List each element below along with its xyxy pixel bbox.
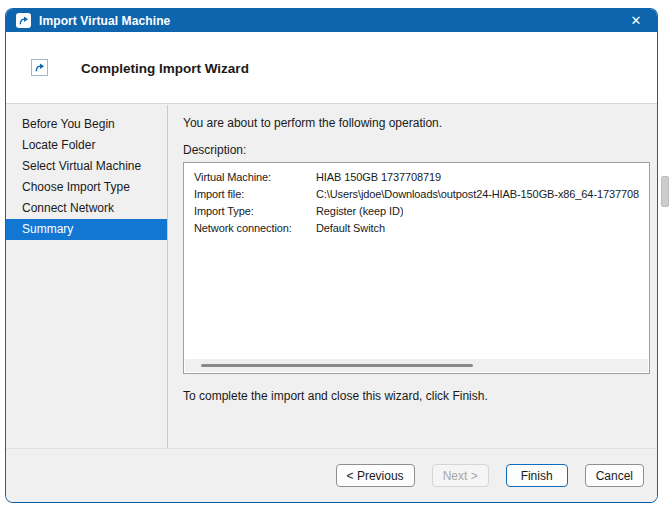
horizontal-scrollbar-thumb[interactable]	[201, 364, 473, 367]
window-title: Import Virtual Machine	[39, 14, 170, 28]
close-icon: ✕	[631, 13, 642, 28]
description-box[interactable]: Virtual Machine: HIAB 150GB 1737708719 I…	[183, 162, 650, 374]
step-locate-folder: Locate Folder	[6, 135, 167, 156]
wizard-header: Completing Import Wizard	[6, 32, 657, 104]
step-select-virtual-machine: Select Virtual Machine	[6, 156, 167, 177]
step-choose-import-type: Choose Import Type	[6, 177, 167, 198]
wizard-steps-sidebar: Before You Begin Locate Folder Select Vi…	[6, 105, 168, 457]
cancel-button[interactable]: Cancel	[585, 464, 644, 487]
row-value: Default Switch	[316, 220, 385, 237]
previous-button[interactable]: < Previous	[336, 464, 415, 487]
intro-text: You are about to perform the following o…	[183, 116, 657, 130]
step-before-you-begin: Before You Begin	[6, 114, 167, 135]
import-arrow-icon	[16, 13, 31, 28]
step-connect-network: Connect Network	[6, 198, 167, 219]
description-rows: Virtual Machine: HIAB 150GB 1737708719 I…	[184, 163, 649, 237]
close-button[interactable]: ✕	[615, 9, 657, 32]
titlebar[interactable]: Import Virtual Machine ✕	[6, 9, 657, 32]
background-window-scrollbar	[661, 176, 669, 207]
page-title: Completing Import Wizard	[81, 61, 249, 76]
import-wizard-window: Import Virtual Machine ✕ Completing Impo…	[5, 8, 658, 503]
wizard-body: Before You Begin Locate Folder Select Vi…	[6, 105, 657, 457]
row-value: Register (keep ID)	[316, 203, 403, 220]
summary-content: You are about to perform the following o…	[168, 105, 657, 457]
wizard-page-icon	[31, 59, 48, 76]
description-label: Description:	[183, 143, 657, 157]
finish-hint-text: To complete the import and close this wi…	[183, 389, 657, 403]
button-bar: < Previous Next > Finish Cancel	[6, 448, 657, 502]
row-label: Import file:	[194, 186, 316, 203]
description-row-network-connection: Network connection: Default Switch	[194, 220, 639, 237]
description-row-virtual-machine: Virtual Machine: HIAB 150GB 1737708719	[194, 169, 639, 186]
row-label: Virtual Machine:	[194, 169, 316, 186]
screenshot-stage: Import Virtual Machine ✕ Completing Impo…	[0, 0, 670, 509]
next-button[interactable]: Next >	[432, 464, 489, 487]
row-label: Import Type:	[194, 203, 316, 220]
row-value: C:\Users\jdoe\Downloads\outpost24-HIAB-1…	[316, 186, 639, 203]
step-summary-selected: Summary	[6, 219, 167, 240]
finish-button[interactable]: Finish	[506, 464, 568, 487]
description-row-import-type: Import Type: Register (keep ID)	[194, 203, 639, 220]
row-label: Network connection:	[194, 220, 316, 237]
horizontal-scrollbar[interactable]	[185, 359, 648, 372]
row-value: HIAB 150GB 1737708719	[316, 169, 441, 186]
description-row-import-file: Import file: C:\Users\jdoe\Downloads\out…	[194, 186, 639, 203]
